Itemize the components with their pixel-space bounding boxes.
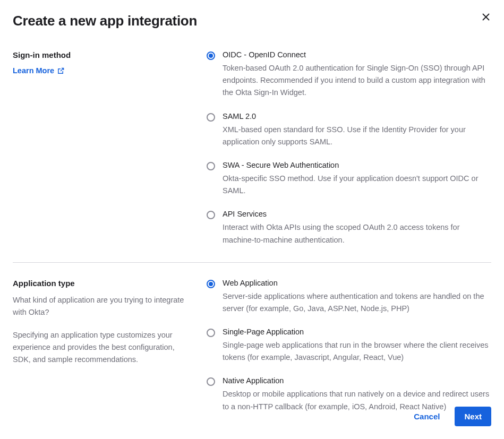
radio-content: Single-Page Application Single-page web … (223, 328, 491, 364)
modal-footer: Cancel Next (407, 407, 491, 426)
application-type-subtext-2: Specifying an application type customize… (13, 329, 194, 366)
next-button[interactable]: Next (455, 407, 491, 426)
radio-option-spa[interactable]: Single-Page Application Single-page web … (207, 328, 491, 364)
radio-icon (207, 51, 215, 60)
radio-label: Single-Page Application (223, 328, 491, 336)
section-left: Application type What kind of applicatio… (13, 279, 207, 413)
radio-icon (207, 113, 215, 122)
cancel-button[interactable]: Cancel (407, 407, 446, 426)
radio-content: SAML 2.0 XML-based open standard for SSO… (223, 112, 491, 148)
radio-option-web-application[interactable]: Web Application Server-side applications… (207, 279, 491, 315)
radio-option-api-services[interactable]: API Services Interact with Okta APIs usi… (207, 210, 491, 246)
radio-content: API Services Interact with Okta APIs usi… (223, 210, 491, 246)
svg-line-2 (61, 68, 63, 71)
radio-description: XML-based open standard for SSO. Use if … (223, 124, 491, 148)
radio-icon (207, 280, 215, 288)
modal-title: Create a new app integration (13, 13, 491, 29)
external-link-icon (57, 67, 64, 74)
radio-description: Single-page web applications that run in… (223, 339, 491, 364)
close-button[interactable] (481, 12, 491, 22)
radio-icon (207, 211, 215, 219)
learn-more-link[interactable]: Learn More (13, 66, 64, 75)
radio-option-oidc[interactable]: OIDC - OpenID Connect Token-based OAuth … (207, 50, 491, 99)
radio-label: SWA - Secure Web Authentication (223, 161, 491, 169)
radio-label: Web Application (223, 279, 491, 287)
radio-option-swa[interactable]: SWA - Secure Web Authentication Okta-spe… (207, 161, 491, 197)
radio-label: API Services (223, 210, 491, 218)
radio-icon (207, 377, 215, 386)
application-type-subtext-1: What kind of application are you trying … (13, 294, 194, 319)
radio-icon (207, 162, 215, 170)
radio-label: SAML 2.0 (223, 112, 491, 120)
radio-description: Okta-specific SSO method. Use if your ap… (223, 173, 491, 197)
radio-label: OIDC - OpenID Connect (223, 50, 491, 59)
close-icon (482, 13, 490, 21)
app-type-options: Web Application Server-side applications… (207, 279, 491, 413)
radio-content: Web Application Server-side applications… (223, 279, 491, 315)
radio-content: SWA - Secure Web Authentication Okta-spe… (223, 161, 491, 197)
radio-content: OIDC - OpenID Connect Token-based OAuth … (223, 50, 491, 99)
radio-description: Interact with Okta APIs using the scoped… (223, 221, 491, 246)
application-type-heading: Application type (13, 279, 194, 288)
radio-description: Server-side applications where authentic… (223, 290, 491, 315)
section-left: Sign-in method Learn More (13, 50, 207, 246)
radio-description: Token-based OAuth 2.0 authentication for… (223, 62, 491, 99)
sign-in-options: OIDC - OpenID Connect Token-based OAuth … (207, 50, 491, 246)
learn-more-label: Learn More (13, 66, 54, 75)
section-sign-in-method: Sign-in method Learn More OIDC - OpenID … (13, 50, 491, 263)
sign-in-method-heading: Sign-in method (13, 50, 194, 59)
radio-option-saml[interactable]: SAML 2.0 XML-based open standard for SSO… (207, 112, 491, 148)
radio-label: Native Application (223, 376, 491, 385)
radio-icon (207, 329, 215, 337)
